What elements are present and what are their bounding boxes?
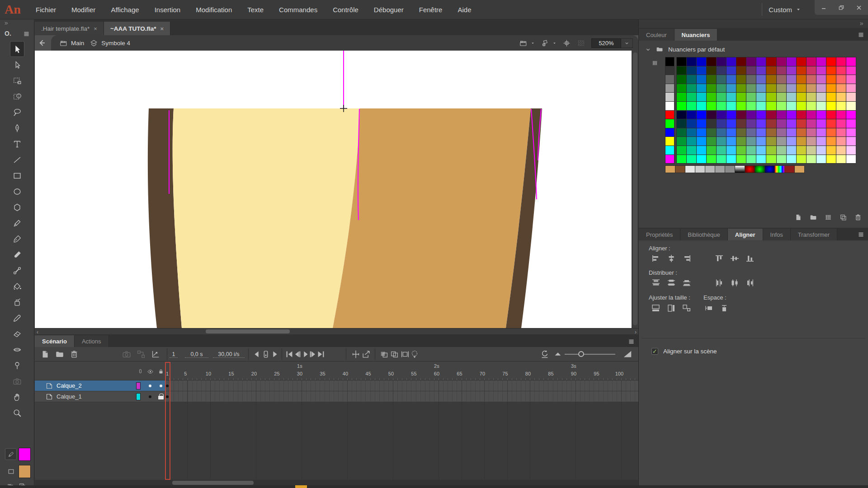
- swatch[interactable]: [736, 119, 746, 128]
- swatch[interactable]: [687, 155, 696, 164]
- swatch[interactable]: [816, 66, 826, 75]
- swatch[interactable]: [707, 57, 716, 66]
- symbol-breadcrumb[interactable]: Symbole 4: [90, 39, 130, 47]
- swatch[interactable]: [687, 57, 696, 66]
- swatch[interactable]: [807, 128, 816, 137]
- swatch[interactable]: [687, 102, 696, 110]
- swatch[interactable]: [787, 75, 796, 84]
- swatch[interactable]: [726, 57, 736, 66]
- swatch[interactable]: [816, 75, 826, 84]
- menu-item[interactable]: Commandes: [271, 0, 325, 19]
- swatch[interactable]: [677, 84, 686, 93]
- swatch[interactable]: [797, 57, 806, 66]
- swatch[interactable]: [846, 75, 856, 84]
- menu-item[interactable]: Fenêtre: [411, 0, 450, 19]
- swatch[interactable]: [816, 111, 826, 119]
- menu-item[interactable]: Modification: [188, 0, 240, 19]
- swatch[interactable]: [697, 137, 706, 145]
- close-icon[interactable]: ×: [94, 25, 97, 32]
- onion-outline-icon[interactable]: [390, 349, 400, 359]
- swatch[interactable]: [807, 84, 816, 93]
- menu-item[interactable]: Contrôle: [325, 0, 366, 19]
- swatch[interactable]: [726, 75, 736, 84]
- swatch[interactable]: [787, 137, 796, 145]
- frame-ruler[interactable]: 1s2s3s 151015202530354045505560657075808…: [165, 361, 638, 380]
- delete-layer-icon[interactable]: [69, 349, 79, 359]
- swatch[interactable]: [787, 128, 796, 137]
- swatch[interactable]: [726, 102, 736, 110]
- swatch[interactable]: [787, 102, 796, 110]
- swatch[interactable]: [777, 111, 786, 119]
- swatch[interactable]: [746, 75, 756, 84]
- swatch[interactable]: [677, 93, 686, 101]
- swatch[interactable]: [787, 146, 796, 155]
- outline-column-icon[interactable]: [137, 368, 143, 374]
- clip-content-icon[interactable]: [577, 39, 585, 47]
- swatch[interactable]: [726, 119, 736, 128]
- close-icon[interactable]: ×: [160, 25, 164, 32]
- swatch[interactable]: [675, 166, 685, 173]
- goto-last-frame-icon[interactable]: [316, 349, 326, 359]
- swatch[interactable]: [777, 66, 786, 75]
- match-width-button[interactable]: [650, 303, 662, 314]
- panel-tab[interactable]: Transformer: [791, 229, 837, 240]
- swatch[interactable]: [766, 57, 776, 66]
- layer-color-chip[interactable]: [136, 393, 141, 400]
- swatch[interactable]: [826, 137, 836, 145]
- tool-button[interactable]: [10, 215, 24, 231]
- swatch[interactable]: [816, 93, 826, 101]
- new-layer-icon[interactable]: [40, 349, 50, 359]
- swatch[interactable]: [726, 155, 736, 164]
- swatch[interactable]: [846, 128, 856, 137]
- delete-swatch-icon[interactable]: [854, 213, 862, 221]
- swatch[interactable]: [756, 155, 766, 164]
- grid-view-icon[interactable]: [824, 213, 832, 221]
- panel-tab[interactable]: Propriétés: [639, 229, 680, 240]
- frames-area[interactable]: [165, 380, 638, 487]
- swatch[interactable]: [756, 146, 766, 155]
- menu-item[interactable]: Fichier: [28, 0, 64, 19]
- swatch[interactable]: [816, 57, 826, 66]
- swatch[interactable]: [665, 66, 674, 75]
- swatch[interactable]: [836, 155, 846, 164]
- swatch[interactable]: [807, 93, 816, 101]
- tool-button[interactable]: [10, 73, 24, 89]
- swatch[interactable]: [697, 128, 706, 137]
- swatch[interactable]: [797, 84, 806, 93]
- swatch[interactable]: [687, 128, 696, 137]
- swatch[interactable]: [695, 166, 705, 173]
- swatch[interactable]: [665, 128, 674, 137]
- swatch[interactable]: [746, 84, 756, 93]
- swatch[interactable]: [677, 119, 686, 128]
- zoom-out-timeline-icon[interactable]: [553, 349, 563, 359]
- zoom-dropdown[interactable]: [621, 38, 633, 48]
- eye-icon[interactable]: [147, 368, 154, 375]
- space-horizontal-button[interactable]: [703, 303, 715, 314]
- swatch[interactable]: [717, 146, 726, 155]
- swatch[interactable]: [736, 137, 746, 145]
- swatch[interactable]: [777, 57, 786, 66]
- swatch[interactable]: [777, 146, 786, 155]
- distribute-right-button[interactable]: [744, 277, 756, 288]
- tool-button[interactable]: [10, 152, 24, 168]
- swatch[interactable]: [717, 93, 726, 101]
- layer-name[interactable]: Calque_1: [57, 393, 82, 400]
- swatch[interactable]: [726, 146, 736, 155]
- swatch[interactable]: [826, 93, 836, 101]
- swatch[interactable]: [807, 146, 816, 155]
- swatch[interactable]: [766, 84, 776, 93]
- swatch[interactable]: [687, 137, 696, 145]
- swatch[interactable]: [726, 137, 736, 145]
- swatch[interactable]: [766, 93, 776, 101]
- timeline-tab[interactable]: Actions: [75, 335, 109, 347]
- swatch[interactable]: [797, 119, 806, 128]
- swatch[interactable]: [736, 128, 746, 137]
- swatch[interactable]: [836, 128, 846, 137]
- swatch[interactable]: [707, 137, 716, 145]
- swatch[interactable]: [787, 57, 796, 66]
- swatch[interactable]: [677, 75, 686, 84]
- swatch[interactable]: [717, 84, 726, 93]
- playhead[interactable]: [165, 362, 170, 480]
- new-folder-icon[interactable]: [55, 349, 65, 359]
- swatch[interactable]: [725, 166, 735, 173]
